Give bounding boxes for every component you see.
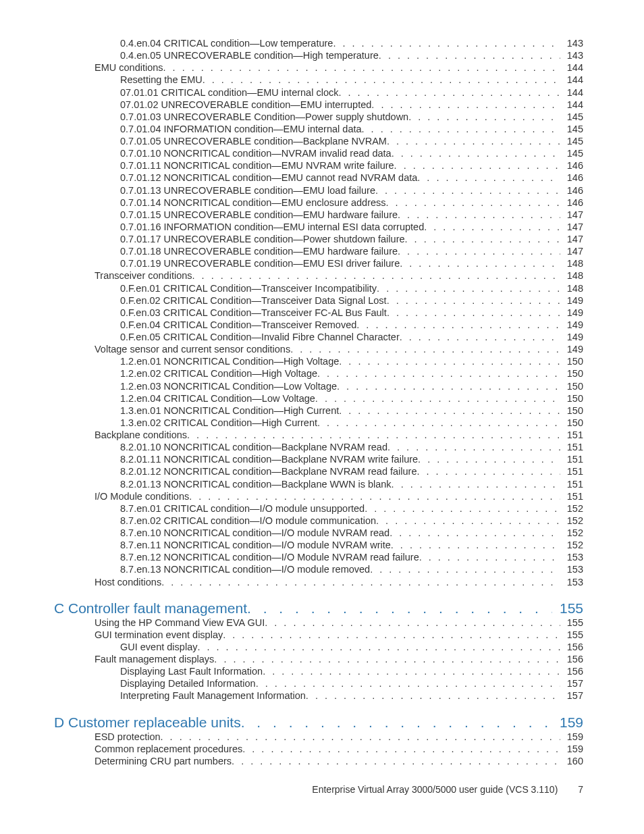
toc-entry[interactable]: 1.2.en.02 CRITICAL Condition—High Voltag… [54,367,583,380]
toc-entry-page: 152 [560,539,583,551]
toc-entry-page: 152 [560,502,583,515]
leader-dots [290,343,560,355]
toc-entry[interactable]: 0.7.01.16 INFORMATION condition—EMU inte… [54,221,583,233]
toc-entry[interactable]: 1.2.en.01 NONCRITICAL Condition—High Vol… [54,355,583,367]
section-c-heading[interactable]: C Controller fault management 155 [54,600,583,617]
toc-entry[interactable]: Host conditions153 [54,576,583,588]
leader-dots [247,600,552,617]
toc-entry-title: 8.7.en.10 NONCRITICAL condition—I/O modu… [120,527,390,539]
toc-entry-page: 147 [560,245,583,257]
toc-entry[interactable]: 0.F.en.04 CRITICAL Condition—Transceiver… [54,319,583,331]
toc-entry[interactable]: 0.7.01.05 UNRECOVERABLE condition—Backpl… [54,135,583,147]
toc-entry[interactable]: Displaying Last Fault Information156 [54,665,583,677]
toc-entry-page: 152 [560,515,583,527]
toc-entry[interactable]: Common replacement procedures159 [54,743,583,755]
toc-entry-title: 0.7.01.19 UNRECOVERABLE condition—EMU ES… [120,257,400,269]
toc-entry[interactable]: 0.7.01.14 NONCRITICAL condition—EMU encl… [54,197,583,209]
toc-entry[interactable]: 0.7.01.03 UNRECOVERABLE Condition—Power … [54,111,583,123]
toc-entry[interactable]: Resetting the EMU144 [54,74,583,86]
toc-entry[interactable]: 8.7.en.10 NONCRITICAL condition—I/O modu… [54,527,583,539]
toc-entry-title: 1.2.en.02 CRITICAL Condition—High Voltag… [120,367,317,380]
toc-entry[interactable]: Transceiver conditions148 [54,269,583,282]
toc-entry-page: 144 [560,61,583,74]
toc-entry[interactable]: 0.F.en.02 CRITICAL Condition—Transceiver… [54,294,583,307]
toc-entry-page: 159 [560,743,583,755]
leader-dots [390,527,560,539]
toc-entry[interactable]: 0.7.01.19 UNRECOVERABLE condition—EMU ES… [54,257,583,269]
toc-entry[interactable]: 8.7.en.13 NONCRITICAL condition—I/O modu… [54,563,583,575]
leader-dots [242,743,560,755]
toc-entry-title: 0.7.01.16 INFORMATION condition—EMU inte… [120,221,424,233]
toc-entry[interactable]: Using the HP Command View EVA GUI155 [54,617,583,629]
toc-entry[interactable]: 0.7.01.12 NONCRITICAL condition—EMU cann… [54,172,583,184]
toc-entry[interactable]: 1.3.en.01 NONCRITICAL Condition—High Cur… [54,405,583,417]
toc-entry[interactable]: 0.F.en.05 CRITICAL Condition—Invalid Fib… [54,331,583,343]
toc-entry[interactable]: 8.7.en.12 NONCRITICAL condition—I/O Modu… [54,551,583,563]
toc-entry[interactable]: 0.7.01.11 NONCRITICAL condition—EMU NVRA… [54,159,583,172]
leader-dots [214,653,560,665]
toc-entry-page: 157 [560,689,583,702]
toc-entry[interactable]: 1.2.en.03 NONCRITICAL Condition—Low Volt… [54,380,583,392]
leader-dots [419,551,560,563]
toc-entry[interactable]: 1.2.en.04 CRITICAL Condition—Low Voltage… [54,392,583,405]
leader-dots [265,617,560,629]
toc-entry-title: Using the HP Command View EVA GUI [95,617,265,629]
leader-dots [161,576,560,588]
toc-entry[interactable]: 8.7.en.01 CRITICAL condition—I/O module … [54,502,583,515]
toc-entry-title: Resetting the EMU [120,74,203,86]
toc-entry[interactable]: 07.01.02 UNRECOVERABLE condition—EMU int… [54,99,583,111]
toc-entry[interactable]: 0.7.01.10 NONCRITICAL condition—NVRAM in… [54,147,583,159]
toc-entry[interactable]: GUI event display156 [54,641,583,653]
section-title: C Controller fault management [54,600,247,617]
leader-dots [197,641,560,653]
toc-entry[interactable]: 0.F.en.01 CRITICAL Condition—Transceiver… [54,282,583,294]
toc-entry[interactable]: Voltage sensor and current sensor condit… [54,343,583,355]
toc-entry[interactable]: 0.F.en.03 CRITICAL Condition—Transceiver… [54,307,583,319]
toc-entry[interactable]: Fault management displays156 [54,653,583,665]
toc-entry[interactable]: 0.7.01.15 UNRECOVERABLE condition—EMU ha… [54,209,583,221]
leader-dots [386,197,560,209]
toc-entry[interactable]: Displaying Detailed Information157 [54,677,583,689]
leader-dots [317,367,560,380]
toc-entry[interactable]: 07.01.01 CRITICAL condition—EMU internal… [54,86,583,99]
toc-entry[interactable]: 8.2.01.13 NONCRITICAL condition—Backplan… [54,478,583,490]
toc-entry-title: 0.7.01.17 UNRECOVERABLE condition—Power … [120,233,405,245]
toc-entry[interactable]: 8.7.en.02 CRITICAL condition—I/O module … [54,515,583,527]
leader-dots [377,282,560,294]
toc-entry[interactable]: GUI termination event display155 [54,629,583,641]
toc-entry[interactable]: 0.4.en.04 CRITICAL condition—Low tempera… [54,37,583,49]
section-d-heading[interactable]: D Customer replaceable units 159 [54,714,583,731]
leader-dots [337,380,560,392]
toc-entry[interactable]: 0.7.01.13 UNRECOVERABLE condition—EMU lo… [54,184,583,197]
toc-entry[interactable]: 0.7.01.17 UNRECOVERABLE condition—Power … [54,233,583,245]
leader-dots [192,269,560,282]
toc-entry-title: 1.3.en.01 NONCRITICAL Condition—High Cur… [120,405,339,417]
toc-entry-page: 151 [560,490,583,502]
toc-entry-title: 8.2.01.13 NONCRITICAL condition—Backplan… [120,478,392,490]
toc-entry[interactable]: Backplane conditions151 [54,429,583,441]
leader-dots [376,515,560,527]
toc-entry[interactable]: 8.2.01.11 NONCRITICAL condition—Backplan… [54,453,583,465]
leader-dots [392,147,560,159]
toc-entry-page: 148 [560,269,583,282]
toc-entry[interactable]: 0.7.01.18 UNRECOVERABLE condition—EMU ha… [54,245,583,257]
toc-entry[interactable]: I/O Module conditions151 [54,490,583,502]
toc-entry[interactable]: EMU conditions144 [54,61,583,74]
toc-entry-title: Host conditions [95,576,161,588]
toc-entry[interactable]: 8.2.01.10 NONCRITICAL condition—Backplan… [54,441,583,453]
leader-dots [356,319,560,331]
toc-entry[interactable]: 0.7.01.04 INFORMATION condition—EMU inte… [54,123,583,135]
leader-dots [375,184,560,197]
toc-entry-title: 07.01.02 UNRECOVERABLE condition—EMU int… [120,99,371,111]
toc-entry[interactable]: 8.2.01.12 NONCRITICAL condition—Backplan… [54,465,583,477]
toc-entry-page: 151 [560,453,583,465]
toc-entry[interactable]: 8.7.en.11 NONCRITICAL condition—I/O modu… [54,539,583,551]
section-page: 159 [552,714,583,731]
toc-entry-title: I/O Module conditions [95,490,189,502]
toc-entry[interactable]: Interpreting Fault Management Informatio… [54,689,583,702]
toc-entry[interactable]: 0.4.en.05 UNRECOVERABLE condition—High t… [54,49,583,61]
toc-entry[interactable]: Determining CRU part numbers160 [54,755,583,767]
toc-entry[interactable]: 1.3.en.02 CRITICAL Condition—High Curren… [54,417,583,429]
toc-entry[interactable]: ESD protection159 [54,731,583,743]
toc-entry-page: 156 [560,653,583,665]
